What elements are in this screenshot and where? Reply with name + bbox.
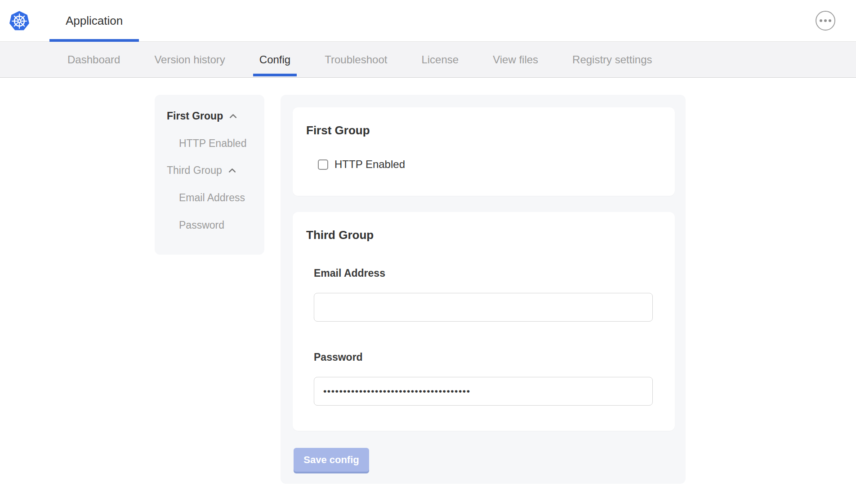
app-tab-label: Application [66,14,123,28]
sidebar-item-password[interactable]: Password [179,219,255,231]
email-address-input[interactable] [314,293,653,322]
config-page-content: First Group HTTP Enabled Third Group Ema… [155,95,856,484]
password-input[interactable] [314,377,653,406]
tab-application[interactable]: Application [49,0,139,41]
ellipsis-dot [824,19,827,22]
sidebar-group-label: Third Group [167,164,222,177]
sidebar-item-email-address[interactable]: Email Address [179,191,255,204]
kubernetes-logo-icon [8,9,31,32]
sidebar-group-first-group[interactable]: First Group [167,110,255,122]
ellipsis-dot [829,19,831,22]
http-enabled-label[interactable]: HTTP Enabled [334,158,405,171]
nav-tab-dashboard[interactable]: Dashboard [50,42,137,77]
chevron-up-icon [227,166,237,175]
nav-tab-troubleshoot[interactable]: Troubleshoot [308,42,404,77]
card-title: First Group [306,124,661,137]
sidebar-group-label: First Group [167,110,223,122]
config-card-first-group: First Group HTTP Enabled [293,107,675,196]
nav-tab-config[interactable]: Config [242,42,308,77]
sidebar-item-http-enabled[interactable]: HTTP Enabled [179,137,255,150]
email-address-label: Email Address [314,267,661,279]
password-label: Password [314,351,661,363]
password-field: Password [314,351,661,406]
nav-tab-version-history[interactable]: Version history [137,42,242,77]
config-groups-sidebar: First Group HTTP Enabled Third Group Ema… [155,95,264,255]
http-enabled-checkbox[interactable] [318,159,328,170]
sidebar-group-third-group[interactable]: Third Group [167,164,255,177]
app-header: Application [0,0,856,42]
app-navbar: Dashboard Version history Config Trouble… [0,42,856,78]
nav-tab-view-files[interactable]: View files [476,42,555,77]
logo-container [0,0,31,41]
save-config-button[interactable]: Save config [294,448,369,472]
config-main-panel: First Group HTTP Enabled Third Group Ema… [281,95,686,484]
email-address-field: Email Address [314,267,661,322]
nav-tab-license[interactable]: License [404,42,476,77]
ellipsis-dot [820,19,822,22]
http-enabled-field: HTTP Enabled [318,158,661,171]
header-spacer [139,0,816,41]
nav-tab-registry-settings[interactable]: Registry settings [555,42,669,77]
card-title: Third Group [306,228,661,242]
config-card-third-group: Third Group Email Address Password [293,212,675,431]
overflow-menu-button[interactable] [816,11,835,31]
chevron-up-icon [228,111,238,121]
